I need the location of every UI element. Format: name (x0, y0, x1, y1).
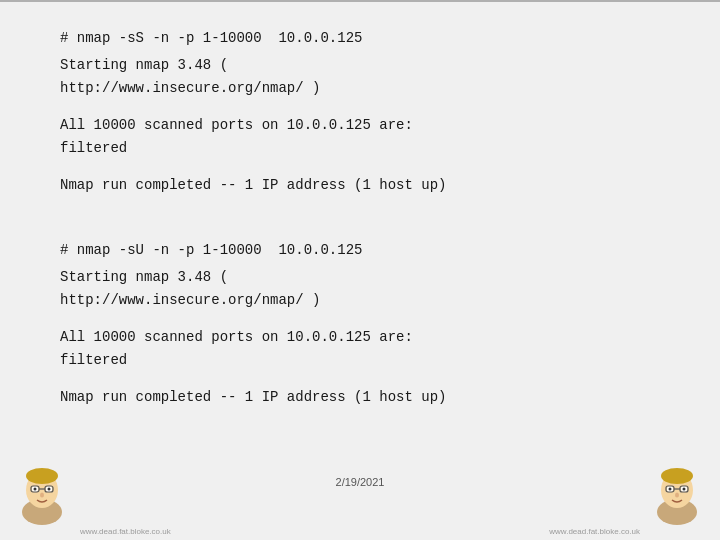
output-2-3: All 10000 scanned ports on 10.0.0.125 ar… (60, 327, 660, 348)
svg-point-21 (675, 493, 679, 498)
command-1: # nmap -sS -n -p 1-10000 10.0.0.125 (60, 28, 660, 49)
avatar-right-svg (645, 462, 710, 527)
avatar-left (10, 462, 75, 532)
output-2-2: http://www.insecure.org/nmap/ ) (60, 290, 660, 311)
output-1-5: Nmap run completed -- 1 IP address (1 ho… (60, 175, 660, 196)
command-2: # nmap -sU -n -p 1-10000 10.0.0.125 (60, 240, 660, 261)
watermark-left: www.dead.fat.bloke.co.uk (80, 527, 171, 536)
blank-3 (60, 220, 660, 240)
top-border (0, 0, 720, 2)
blank-2 (60, 161, 660, 175)
svg-point-5 (34, 488, 37, 491)
svg-point-16 (669, 488, 672, 491)
avatar-right (645, 462, 710, 532)
svg-point-17 (683, 488, 686, 491)
output-1-4: filtered (60, 138, 660, 159)
main-content: # nmap -sS -n -p 1-10000 10.0.0.125 Star… (0, 8, 720, 452)
output-2-4: filtered (60, 350, 660, 371)
blank-4 (60, 313, 660, 327)
terminal-block-1: # nmap -sS -n -p 1-10000 10.0.0.125 Star… (60, 28, 660, 196)
output-1-3: All 10000 scanned ports on 10.0.0.125 ar… (60, 115, 660, 136)
watermark-right: www.dead.fat.bloke.co.uk (549, 527, 640, 536)
output-2-1: Starting nmap 3.48 ( (60, 267, 660, 288)
output-2-5: Nmap run completed -- 1 IP address (1 ho… (60, 387, 660, 408)
avatar-left-svg (10, 462, 75, 527)
date-stamp: 2/19/2021 (336, 476, 385, 488)
blank-1 (60, 101, 660, 115)
svg-point-2 (26, 468, 58, 484)
svg-point-6 (48, 488, 51, 491)
svg-point-13 (661, 468, 693, 484)
output-1-1: Starting nmap 3.48 ( (60, 55, 660, 76)
svg-point-10 (40, 493, 44, 498)
blank-5 (60, 373, 660, 387)
output-1-2: http://www.insecure.org/nmap/ ) (60, 78, 660, 99)
terminal-block-2: # nmap -sU -n -p 1-10000 10.0.0.125 Star… (60, 240, 660, 408)
